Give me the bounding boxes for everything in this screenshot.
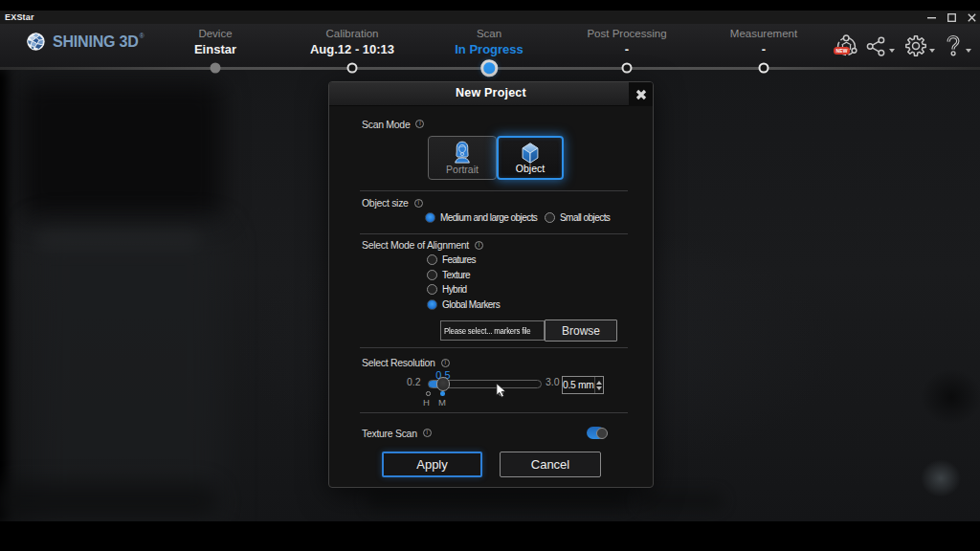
section-divider <box>360 412 628 413</box>
texture-scan-label: Texture Scan i <box>362 428 432 439</box>
brand-logo: SHINING 3D ® <box>26 32 144 52</box>
dialog-close-icon <box>635 89 647 100</box>
radio-medium-large-objects[interactable]: Medium and large objects <box>425 212 537 223</box>
globe-logo-icon <box>26 32 46 52</box>
spin-up-icon[interactable] <box>596 381 602 385</box>
step-device[interactable]: Device Einstar <box>139 28 292 57</box>
portrait-icon <box>454 141 472 164</box>
resolution-info-icon[interactable]: i <box>441 359 450 367</box>
mouse-cursor <box>496 383 507 399</box>
section-divider <box>360 233 628 234</box>
radio-unselected-icon <box>545 212 555 223</box>
share-button[interactable] <box>859 35 900 57</box>
settings-button[interactable] <box>900 34 940 57</box>
texture-scan-info-icon[interactable]: i <box>423 429 432 437</box>
radio-unselected-icon <box>427 284 437 295</box>
spin-down-icon[interactable] <box>596 386 602 390</box>
apply-button[interactable]: Apply <box>382 452 482 477</box>
new-project-dialog: New Project Scan Mode i Po <box>328 81 654 488</box>
blurred-bottom-left <box>0 483 220 519</box>
brand-name: SHINING 3D <box>53 33 139 51</box>
share-caret-icon <box>889 49 895 53</box>
radio-selected-icon <box>425 212 435 223</box>
alignment-label: Select Mode of Alignment i <box>362 239 483 251</box>
step-node-measurement <box>759 63 769 74</box>
radio-small-objects[interactable]: Small objects <box>545 212 610 223</box>
radio-hybrid[interactable]: Hybrid <box>427 284 467 295</box>
radio-features[interactable]: Features <box>427 254 476 265</box>
resolution-slider-thumb[interactable] <box>436 377 451 391</box>
app-window: EXStar <box>0 0 980 551</box>
community-button[interactable]: NEW <box>823 34 859 58</box>
screen-bottom-letterbox <box>0 521 980 551</box>
close-window-icon[interactable] <box>967 12 976 22</box>
scan-mode-label: Scan Mode i <box>362 119 424 130</box>
tick-medium-label: M <box>438 397 446 408</box>
spinbox-arrows[interactable] <box>594 377 603 393</box>
radio-selected-icon <box>427 299 437 310</box>
new-badge: NEW <box>834 47 850 55</box>
left-edge-shadow <box>0 68 8 521</box>
blurred-background-panel <box>33 226 224 521</box>
blurred-background-window <box>21 83 222 217</box>
minimize-icon[interactable] <box>926 12 936 22</box>
section-divider <box>360 190 628 191</box>
radio-unselected-icon <box>427 270 437 280</box>
object-size-label: Object size i <box>362 197 423 209</box>
radio-unselected-icon <box>427 254 437 265</box>
step-node-device <box>211 63 221 74</box>
step-post-processing[interactable]: Post Processing - <box>550 28 703 57</box>
dialog-title: New Project <box>329 86 653 99</box>
tick-high <box>426 391 431 396</box>
resolution-max-label: 3.0 <box>546 376 560 387</box>
window-title: EXStar <box>5 12 34 22</box>
os-titlebar: EXStar <box>0 11 980 24</box>
alignment-info-icon[interactable]: i <box>475 241 483 250</box>
help-caret-icon <box>966 49 971 53</box>
gear-icon <box>904 34 927 57</box>
resolution-label: Select Resolution i <box>362 357 450 368</box>
toggle-knob <box>596 428 608 439</box>
help-button[interactable] <box>940 34 974 57</box>
markers-file-input[interactable]: Please select... markers file <box>440 320 545 341</box>
blurred-bottom-button <box>637 492 724 510</box>
blurred-bottom-bar <box>367 490 630 511</box>
screen-top-letterbox <box>0 0 980 11</box>
step-node-scan <box>480 59 498 77</box>
scan-mode-portrait-card[interactable]: Portrait <box>428 136 497 180</box>
object-size-info-icon[interactable]: i <box>414 199 423 208</box>
object-cube-icon <box>522 142 540 165</box>
scan-mode-info-icon[interactable]: i <box>415 120 424 128</box>
resolution-spinbox[interactable]: 0.5 mm <box>562 376 604 394</box>
section-divider <box>360 347 628 348</box>
radio-global-markers[interactable]: Global Markers <box>427 299 500 310</box>
tick-high-label: H <box>423 397 430 408</box>
share-icon <box>865 35 887 57</box>
step-scan[interactable]: Scan In Progress <box>412 28 566 57</box>
dialog-titlebar: New Project <box>329 82 653 106</box>
blurred-background-text <box>36 231 199 250</box>
help-icon <box>943 34 964 57</box>
dialog-close-button[interactable] <box>629 82 653 106</box>
portrait-card-label: Portrait <box>429 164 496 175</box>
radio-texture[interactable]: Texture <box>427 270 470 280</box>
step-measurement[interactable]: Measurement - <box>687 28 840 57</box>
object-card-label: Object <box>499 163 562 174</box>
cancel-button[interactable]: Cancel <box>500 452 601 477</box>
step-node-calibration <box>347 63 358 74</box>
scan-mode-object-card[interactable]: Object <box>497 136 564 180</box>
maximize-icon[interactable] <box>947 12 956 22</box>
step-calibration[interactable]: Calibration Aug.12 - 10:13 <box>276 28 429 57</box>
settings-caret-icon <box>929 49 935 53</box>
browse-button[interactable]: Browse <box>545 320 617 342</box>
tick-medium <box>440 391 445 396</box>
step-node-post-processing <box>622 63 633 74</box>
texture-scan-toggle[interactable] <box>587 427 605 439</box>
resolution-min-label: 0.2 <box>407 376 421 387</box>
